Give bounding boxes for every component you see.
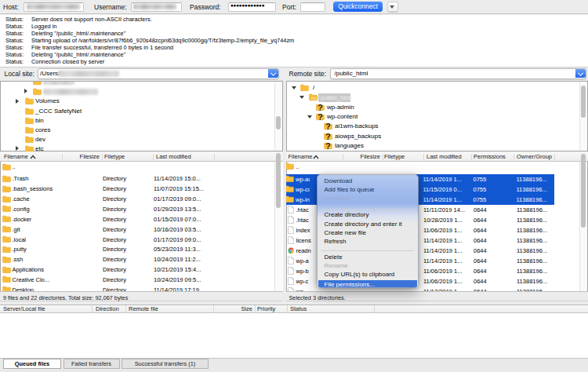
svg-text:?: ? bbox=[325, 132, 330, 141]
svg-text:?: ? bbox=[325, 122, 330, 131]
svg-text:?: ? bbox=[318, 112, 322, 122]
svg-text:?: ? bbox=[318, 103, 322, 112]
svg-text:?: ? bbox=[325, 141, 330, 151]
